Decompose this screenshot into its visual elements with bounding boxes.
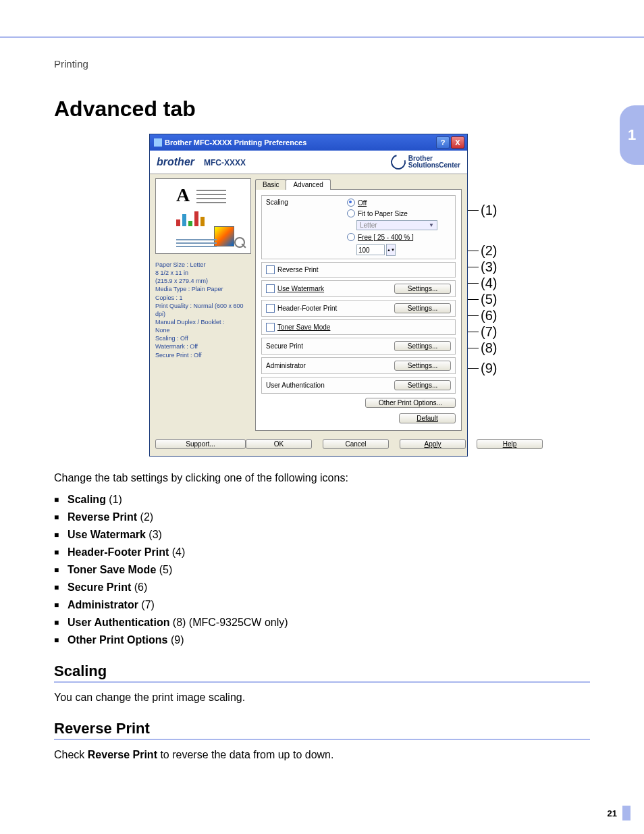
page-footer: 21 [608, 806, 630, 820]
window-icon [154, 138, 162, 147]
brand-bar: brother MFC-XXXX Brother SolutionsCenter [150, 151, 467, 174]
tab-advanced[interactable]: Advanced [286, 179, 330, 190]
fit-paper-size-combo[interactable]: Letter▼ [356, 220, 437, 230]
group-reverse-print: Reverse Print [261, 262, 456, 278]
free-percent-spinner[interactable]: ▲▼ [347, 244, 396, 256]
group-user-auth: User Authentication Settings... [261, 377, 456, 394]
use-watermark-checkbox[interactable]: Use Watermark [266, 284, 324, 293]
page-preview: A [155, 178, 251, 254]
settings-summary: Paper Size : Letter 8 1/2 x 11 in (215.9… [155, 261, 250, 359]
group-secure-print: Secure Print Settings... [261, 338, 456, 355]
secure-print-label: Secure Print [266, 342, 303, 350]
administrator-label: Administrator [266, 362, 306, 369]
help-button[interactable]: ? [436, 136, 450, 149]
settings-list: Scaling (1) Reverse Print (2) Use Waterm… [54, 494, 590, 646]
scaling-label: Scaling [266, 199, 320, 206]
scaling-heading: Scaling [54, 662, 590, 683]
apply-button[interactable]: Apply [400, 439, 466, 449]
close-button[interactable]: X [451, 136, 464, 149]
group-scaling: Scaling Off Fit to Paper Size Letter▼ Fr… [261, 195, 456, 259]
section-label: Printing [54, 58, 590, 70]
tab-basic[interactable]: Basic [255, 179, 286, 190]
help-button-footer[interactable]: Help [477, 439, 543, 449]
support-button[interactable]: Support... [155, 439, 246, 449]
page-number: 21 [608, 808, 617, 818]
secure-print-settings-button[interactable]: Settings... [394, 341, 451, 351]
top-divider [0, 0, 644, 38]
scaling-fit-radio[interactable]: Fit to Paper Size [347, 209, 408, 217]
cancel-button[interactable]: Cancel [323, 439, 389, 449]
group-administrator: Administrator Settings... [261, 357, 456, 374]
footer-tab [622, 806, 630, 820]
callouts: (1) (2) (3) (4) (5) (6) (7) (8) (9) [468, 134, 495, 169]
header-footer-settings-button[interactable]: Settings... [394, 303, 451, 313]
user-auth-settings-button[interactable]: Settings... [394, 380, 451, 390]
solutions-icon [388, 152, 408, 172]
ok-button[interactable]: OK [246, 439, 312, 449]
group-header-footer: Header-Footer Print Settings... [261, 300, 456, 317]
magnifier-icon[interactable] [234, 237, 246, 249]
header-footer-checkbox[interactable]: Header-Footer Print [266, 304, 337, 313]
scaling-off-radio[interactable]: Off [347, 199, 367, 207]
reverse-print-checkbox[interactable]: Reverse Print [266, 265, 319, 274]
print-preferences-dialog: Brother MFC-XXXX Printing Preferences ? … [149, 134, 468, 457]
group-toner-save: Toner Save Mode [261, 319, 456, 335]
scaling-free-radio[interactable]: Free [ 25 - 400 % ] [347, 233, 414, 241]
chapter-tab: 1 [620, 105, 644, 165]
reverse-heading: Reverse Print [54, 720, 590, 740]
model-name: MFC-XXXX [204, 158, 246, 167]
default-button[interactable]: Default [399, 413, 456, 423]
reverse-text: Check Reverse Print to reverse the data … [54, 747, 590, 762]
toner-save-checkbox[interactable]: Toner Save Mode [266, 323, 330, 332]
other-print-options-button[interactable]: Other Print Options... [365, 398, 456, 408]
advanced-panel: Scaling Off Fit to Paper Size Letter▼ Fr… [255, 189, 462, 431]
brand-logo: brother [157, 156, 194, 168]
solutions-center-link[interactable]: Brother SolutionsCenter [391, 155, 460, 170]
scaling-text: You can change the print image scaling. [54, 689, 590, 705]
intro-text: Change the tab settings by clicking one … [54, 470, 590, 486]
administrator-settings-button[interactable]: Settings... [394, 361, 451, 371]
page-title: Advanced tab [54, 97, 590, 122]
watermark-settings-button[interactable]: Settings... [394, 284, 451, 294]
user-auth-label: User Authentication [266, 382, 325, 389]
dialog-title: Brother MFC-XXXX Printing Preferences [165, 138, 306, 147]
dialog-titlebar: Brother MFC-XXXX Printing Preferences ? … [150, 134, 467, 151]
group-use-watermark: Use Watermark Settings... [261, 280, 456, 297]
